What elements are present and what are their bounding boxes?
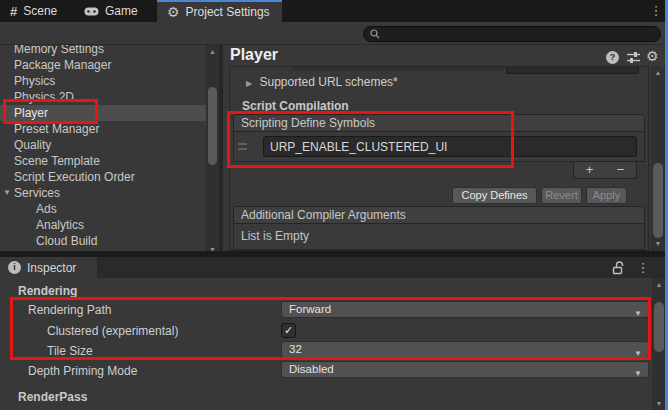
scroll-down-icon[interactable]: ▼: [651, 240, 665, 248]
add-define-button[interactable]: +: [574, 162, 605, 178]
tile-size-label: Tile Size: [47, 344, 93, 358]
panel-gear-icon[interactable]: ⚙: [646, 49, 659, 63]
tile-size-dropdown[interactable]: 32 ▼: [281, 341, 649, 358]
tab-project-settings[interactable]: ⚙ Project Settings: [157, 0, 282, 22]
chevron-down-icon: ▼: [634, 346, 642, 361]
revert-button[interactable]: Revert: [541, 187, 582, 204]
inspector-scrollbar[interactable]: ▲ ▼: [652, 278, 666, 410]
tab-game[interactable]: Game: [74, 0, 157, 22]
clustered-checkbox[interactable]: ✓: [281, 323, 296, 338]
apply-button[interactable]: Apply: [586, 187, 627, 204]
sidebar-scrollbar-thumb[interactable]: [208, 87, 217, 165]
script-compilation-header: Script Compilation: [242, 99, 349, 113]
sidebar-item-ads[interactable]: Ads: [0, 201, 206, 217]
remove-define-button[interactable]: −: [605, 162, 636, 178]
sidebar-item-package-manager[interactable]: Package Manager: [0, 57, 206, 73]
rendering-path-label: Rendering Path: [28, 303, 111, 317]
help-icon[interactable]: ?: [606, 51, 619, 64]
scene-grid-icon: #: [10, 4, 17, 19]
sidebar-item-quality[interactable]: Quality: [0, 137, 206, 153]
chevron-down-icon: ▼: [634, 366, 642, 381]
sidebar-item-physics-2d[interactable]: Physics 2D: [0, 89, 206, 105]
copy-defines-button[interactable]: Copy Defines: [452, 187, 537, 204]
define-symbols-header: Scripting Define Symbols: [233, 114, 645, 132]
sidebar-scrollbar[interactable]: ▲ ▼: [206, 45, 219, 257]
rendering-path-dropdown[interactable]: Forward ▼: [281, 301, 649, 318]
define-symbol-input[interactable]: [264, 137, 636, 156]
preset-icon[interactable]: [627, 51, 640, 63]
drag-handle-icon[interactable]: [238, 143, 247, 150]
search-input[interactable]: [384, 28, 654, 40]
info-icon: i: [8, 261, 21, 274]
sidebar-item-script-execution-order[interactable]: Script Execution Order: [0, 169, 206, 185]
sidebar-item-scene-template[interactable]: Scene Template: [0, 153, 206, 169]
compiler-arguments-empty: List is Empty: [233, 224, 645, 250]
depth-priming-mode-label: Depth Priming Mode: [28, 364, 137, 378]
tab-scene[interactable]: # Scene: [0, 0, 74, 22]
rendering-path-value: Forward: [289, 303, 331, 315]
define-symbol-field[interactable]: [263, 136, 637, 157]
tab-scene-label: Scene: [23, 4, 57, 18]
settings-search-field[interactable]: [363, 26, 661, 42]
lock-open-icon[interactable]: [612, 261, 625, 275]
tab-inspector[interactable]: i Inspector: [0, 257, 97, 278]
inspector-scrollbar-thumb[interactable]: [654, 302, 664, 352]
foldout-expanded-icon: ▼: [3, 185, 13, 201]
tab-project-settings-label: Project Settings: [186, 5, 270, 19]
gamepad-icon: [84, 7, 99, 16]
search-icon: [370, 29, 380, 39]
sidebar-item-memory-settings[interactable]: Memory Settings: [0, 45, 206, 57]
depth-priming-mode-dropdown[interactable]: Disabled ▼: [281, 361, 649, 378]
tile-size-value: 32: [289, 343, 302, 355]
rendering-section-header: Rendering: [18, 284, 77, 298]
sidebar-item-services[interactable]: ▼ Services: [0, 185, 206, 201]
clipped-row-remnant: [292, 67, 504, 71]
sidebar-item-analytics[interactable]: Analytics: [0, 217, 206, 233]
list-footer: + −: [573, 162, 637, 179]
depth-priming-mode-value: Disabled: [289, 363, 334, 375]
player-scrollbar-thumb[interactable]: [653, 163, 663, 238]
tab-game-label: Game: [105, 4, 138, 18]
sidebar-item-cloud-build[interactable]: Cloud Build: [0, 233, 206, 249]
sidebar-item-physics[interactable]: Physics: [0, 73, 206, 89]
scroll-down-icon[interactable]: ▼: [652, 400, 666, 408]
inspector-tab-strip: i Inspector ⋮: [0, 257, 668, 278]
editor-tab-strip: # Scene Game ⚙ Project Settings ⋮: [0, 0, 668, 22]
foldout-label: Supported URL schemes*: [260, 75, 398, 89]
sidebar-item-services-label: Services: [14, 186, 60, 200]
scroll-up-icon[interactable]: ▲: [651, 69, 665, 77]
supported-url-schemes-foldout[interactable]: ▶ Supported URL schemes*: [246, 75, 398, 89]
inspector-menu-icon[interactable]: ⋮: [636, 260, 650, 276]
scroll-up-icon[interactable]: ▲: [652, 281, 666, 289]
clipped-field-remnant: [506, 67, 639, 74]
chevron-down-icon: ▼: [634, 306, 642, 321]
gear-icon: ⚙: [167, 5, 180, 19]
sidebar-item-preset-manager[interactable]: Preset Manager: [0, 121, 206, 137]
unity-editor-window: # Scene Game ⚙ Project Settings ⋮ Memory…: [0, 0, 668, 410]
settings-sidebar: Memory Settings Package Manager Physics …: [0, 45, 206, 257]
foldout-collapsed-icon: ▶: [246, 79, 252, 88]
scroll-up-icon[interactable]: ▲: [206, 48, 219, 56]
tab-inspector-label: Inspector: [27, 261, 76, 275]
sidebar-item-player[interactable]: Player: [0, 105, 206, 121]
compiler-arguments-header: Additional Compiler Arguments: [233, 206, 645, 224]
window-menu-icon[interactable]: ⋮: [649, 3, 663, 19]
clustered-label: Clustered (experimental): [47, 324, 178, 338]
player-panel-scrollbar[interactable]: ▲ ▼: [651, 66, 665, 251]
page-title: Player: [230, 46, 278, 64]
renderpass-section-header: RenderPass: [18, 390, 87, 404]
panel-splitter[interactable]: [219, 45, 223, 257]
